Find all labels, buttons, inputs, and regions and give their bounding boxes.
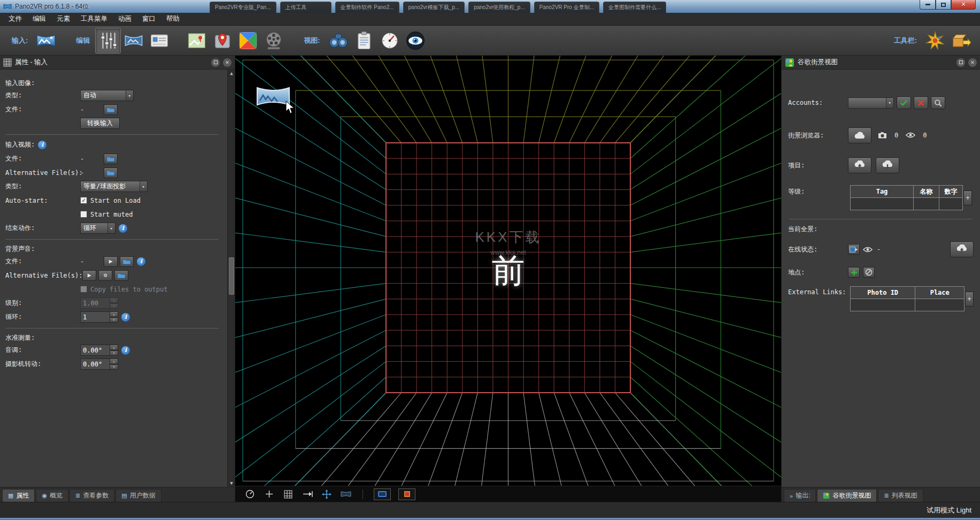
pin-marker-button[interactable] bbox=[210, 28, 235, 53]
grid-toggle-button[interactable] bbox=[282, 488, 294, 500]
panorama-mode-button[interactable] bbox=[340, 488, 352, 500]
background-tab[interactable]: pano2vr使用教程_p... bbox=[468, 2, 530, 13]
tab-google-streetview[interactable]: 谷歌街景视图 bbox=[817, 489, 877, 502]
add-level-button[interactable]: + bbox=[963, 190, 972, 205]
left-panel-scrollbar[interactable]: ▲ ▼ bbox=[227, 70, 235, 487]
upload-project-button[interactable] bbox=[848, 157, 871, 173]
tab-view-parameters[interactable]: ≣ 查看参数 bbox=[70, 489, 114, 502]
browse-file-button[interactable] bbox=[104, 104, 118, 115]
minimize-button[interactable] bbox=[920, 0, 936, 10]
video-output-button[interactable] bbox=[261, 28, 287, 53]
input-type-select[interactable]: 自动 ▾ bbox=[80, 90, 134, 101]
menu-elements[interactable]: 元素 bbox=[51, 13, 75, 25]
scroll-up-icon[interactable]: ▲ bbox=[228, 70, 235, 77]
float-panel-button[interactable] bbox=[956, 58, 965, 67]
spin-down-icon[interactable]: ▾ bbox=[110, 317, 118, 323]
background-tab[interactable]: 全景图制作需要什么... bbox=[603, 2, 666, 13]
menu-tools[interactable]: 工具菜单 bbox=[75, 13, 113, 25]
background-tab[interactable]: pano2vr模板下载_p... bbox=[403, 2, 465, 13]
spin-down-icon[interactable]: ▾ bbox=[110, 350, 118, 356]
scrollbar-thumb[interactable] bbox=[229, 257, 234, 295]
account-remove-button[interactable] bbox=[914, 96, 928, 109]
scroll-down-icon[interactable]: ▼ bbox=[228, 479, 235, 487]
add-place-button[interactable] bbox=[848, 267, 860, 278]
screen-view-toggle[interactable] bbox=[374, 488, 391, 500]
convert-input-button[interactable]: 转换输入 bbox=[80, 118, 120, 129]
hotspot-view-toggle[interactable] bbox=[398, 488, 415, 500]
background-tab[interactable]: Pano2VR专业版_Pan... bbox=[210, 2, 276, 13]
sound-settings-button[interactable]: ⚙ bbox=[98, 270, 112, 281]
tab-output[interactable]: » 输出: bbox=[784, 489, 816, 502]
clipboard-button[interactable] bbox=[351, 28, 377, 53]
browse-alt-sound-button[interactable] bbox=[114, 270, 128, 281]
play-alt-sound-button[interactable]: ▶ bbox=[82, 270, 96, 281]
pan-move-button[interactable] bbox=[321, 488, 333, 500]
menu-help[interactable]: 帮助 bbox=[161, 13, 185, 25]
menu-edit[interactable]: 编辑 bbox=[27, 13, 51, 25]
start-on-load-checkbox[interactable]: ✓ bbox=[80, 197, 87, 204]
projection-select[interactable]: 等量/球面投影 ▾ bbox=[80, 181, 148, 192]
level-stepper[interactable]: ▴▾ bbox=[80, 297, 118, 309]
tab-list-view[interactable]: ≣ 列表视图 bbox=[878, 489, 923, 502]
tab-user-data[interactable]: ▤ 用户数据 bbox=[115, 489, 161, 502]
close-button[interactable]: ✕ bbox=[951, 0, 976, 10]
start-muted-checkbox[interactable] bbox=[80, 211, 87, 218]
spin-down-icon[interactable]: ▾ bbox=[110, 303, 118, 309]
panorama-viewer-button[interactable] bbox=[121, 28, 146, 53]
browse-video-button[interactable] bbox=[104, 154, 118, 164]
spin-up-icon[interactable]: ▴ bbox=[110, 311, 118, 317]
north-gauge-button[interactable] bbox=[244, 488, 256, 500]
pano-status-button[interactable] bbox=[848, 244, 860, 255]
menu-file[interactable]: 文件 bbox=[3, 13, 27, 25]
upload-pano-button[interactable] bbox=[950, 241, 974, 257]
loop-stepper[interactable]: ▴▾ bbox=[80, 311, 118, 323]
play-sound-button[interactable]: ▶ bbox=[104, 256, 118, 267]
roll-input[interactable] bbox=[80, 358, 110, 370]
download-project-button[interactable] bbox=[876, 157, 899, 173]
level-input[interactable] bbox=[80, 297, 110, 309]
end-action-select[interactable]: 循环 ▾ bbox=[80, 223, 115, 234]
spin-up-icon[interactable]: ▴ bbox=[110, 358, 118, 364]
account-search-button[interactable] bbox=[931, 96, 945, 109]
pitch-input[interactable] bbox=[80, 345, 110, 356]
map-button[interactable] bbox=[184, 28, 210, 53]
browse-sound-button[interactable] bbox=[120, 256, 134, 267]
background-tab[interactable]: 全景制作软件 Pano2... bbox=[335, 2, 399, 13]
crosshair-button[interactable] bbox=[263, 488, 275, 500]
pitch-stepper[interactable]: ▴▾ bbox=[80, 345, 118, 356]
copy-files-checkbox[interactable] bbox=[80, 286, 87, 293]
components-button[interactable] bbox=[922, 28, 948, 53]
account-confirm-button[interactable] bbox=[897, 96, 911, 109]
add-link-button[interactable]: + bbox=[965, 292, 974, 307]
tab-overview[interactable]: ◉ 概览 bbox=[36, 489, 68, 502]
background-tab[interactable]: 上传工具 bbox=[280, 2, 331, 13]
panorama-viewer[interactable]: KKX下载 www.kkx.net 前 bbox=[235, 56, 781, 486]
spin-up-icon[interactable]: ▴ bbox=[110, 297, 118, 303]
input-panorama-button[interactable] bbox=[33, 28, 59, 53]
jump-arrow-button[interactable] bbox=[302, 488, 313, 500]
output-button[interactable] bbox=[948, 28, 974, 53]
close-panel-button[interactable]: ✕ bbox=[968, 58, 977, 67]
tab-properties[interactable]: ▦ 属性 bbox=[2, 489, 35, 502]
streetview-browser-button[interactable] bbox=[848, 127, 871, 143]
loop-input[interactable] bbox=[80, 311, 110, 323]
clear-place-button[interactable] bbox=[863, 267, 875, 278]
patch-input-button[interactable] bbox=[146, 28, 172, 53]
roll-stepper[interactable]: ▴▾ bbox=[80, 358, 118, 370]
menu-window[interactable]: 窗口 bbox=[137, 13, 161, 25]
close-panel-button[interactable]: ✕ bbox=[223, 58, 232, 67]
properties-button[interactable] bbox=[95, 28, 121, 53]
spin-down-icon[interactable]: ▾ bbox=[110, 364, 118, 370]
float-panel-button[interactable] bbox=[211, 58, 220, 67]
binoculars-button[interactable] bbox=[326, 28, 351, 53]
preview-eye-button[interactable] bbox=[403, 28, 428, 53]
browse-alt-files-button[interactable] bbox=[104, 167, 118, 178]
maximize-button[interactable] bbox=[936, 0, 951, 10]
spin-up-icon[interactable]: ▴ bbox=[110, 345, 118, 350]
google-maps-button[interactable] bbox=[235, 28, 261, 53]
titlebar[interactable]: Pano2VR pro 6.1.8 - 64位 Pano2VR专业版_Pan..… bbox=[0, 0, 980, 13]
menu-animation[interactable]: 动画 bbox=[113, 13, 137, 25]
tour-gauge-button[interactable] bbox=[377, 28, 403, 53]
background-tab[interactable]: Pano2VR Pro 全景制... bbox=[534, 2, 599, 13]
accounts-select[interactable]: ▾ bbox=[848, 97, 894, 109]
